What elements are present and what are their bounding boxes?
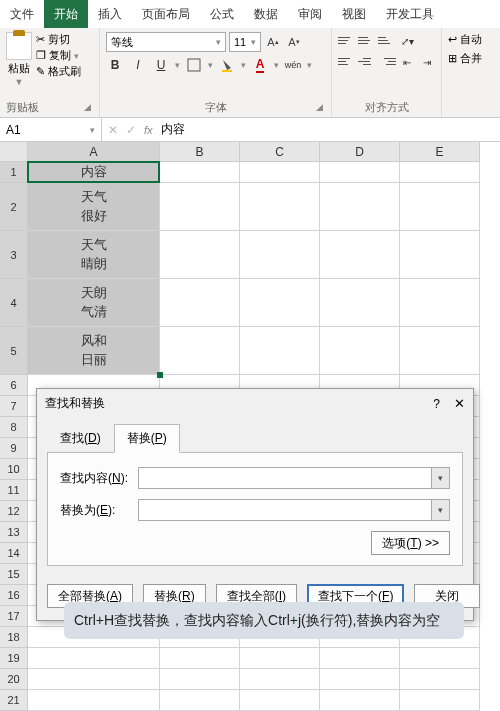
col-header-B[interactable]: B — [160, 142, 240, 162]
cell[interactable] — [320, 162, 400, 183]
row-header[interactable]: 3 — [0, 231, 28, 279]
tab-layout[interactable]: 页面布局 — [132, 0, 200, 28]
cell[interactable] — [240, 648, 320, 669]
row-header[interactable]: 6 — [0, 375, 28, 396]
cell[interactable] — [28, 669, 160, 690]
row-header[interactable]: 18 — [0, 627, 28, 648]
tab-view[interactable]: 视图 — [332, 0, 376, 28]
increase-font-button[interactable]: A▴ — [264, 33, 282, 51]
cell[interactable] — [240, 279, 320, 327]
font-dialog-launcher[interactable]: ◢ — [316, 102, 325, 112]
row-header[interactable]: 15 — [0, 564, 28, 585]
cell[interactable] — [320, 648, 400, 669]
tab-dev[interactable]: 开发工具 — [376, 0, 444, 28]
row-header[interactable]: 4 — [0, 279, 28, 327]
align-right-button[interactable] — [378, 53, 396, 69]
chevron-down-icon[interactable]: ▾ — [431, 468, 449, 488]
row-header[interactable]: 1 — [0, 162, 28, 183]
decrease-font-button[interactable]: A▾ — [285, 33, 303, 51]
font-size-select[interactable]: 11▾ — [229, 32, 261, 52]
indent-inc-button[interactable]: ⇥ — [418, 53, 436, 71]
cell[interactable] — [400, 669, 480, 690]
tab-review[interactable]: 审阅 — [288, 0, 332, 28]
font-color-button[interactable]: A — [251, 56, 269, 74]
tab-home[interactable]: 开始 — [44, 0, 88, 28]
row-header[interactable]: 2 — [0, 183, 28, 231]
cell[interactable] — [160, 279, 240, 327]
cell-A4[interactable]: 天朗气清 — [28, 279, 160, 327]
row-header[interactable]: 20 — [0, 669, 28, 690]
cell[interactable] — [240, 690, 320, 711]
align-bottom-button[interactable] — [378, 32, 396, 48]
border-button[interactable] — [185, 56, 203, 74]
cell[interactable] — [160, 327, 240, 375]
cell-A2[interactable]: 天气很好 — [28, 183, 160, 231]
cell[interactable] — [320, 327, 400, 375]
row-header[interactable]: 13 — [0, 522, 28, 543]
row-header[interactable]: 9 — [0, 438, 28, 459]
cell[interactable] — [400, 648, 480, 669]
col-header-A[interactable]: A — [28, 142, 160, 162]
wrap-text-button[interactable]: ↩自动 — [448, 32, 492, 47]
row-header[interactable]: 11 — [0, 480, 28, 501]
font-name-select[interactable]: 等线▾ — [106, 32, 226, 52]
orientation-button[interactable]: ⤢▾ — [398, 32, 416, 50]
cell[interactable] — [28, 690, 160, 711]
tab-data[interactable]: 数据 — [244, 0, 288, 28]
row-header[interactable]: 21 — [0, 690, 28, 711]
row-header[interactable]: 17 — [0, 606, 28, 627]
cell[interactable] — [240, 183, 320, 231]
replace-input[interactable]: ▾ — [138, 499, 450, 521]
tab-find[interactable]: 查找(D) — [47, 424, 114, 453]
cell[interactable] — [28, 648, 160, 669]
format-painter-button[interactable]: ✎格式刷 — [36, 64, 81, 79]
cell-A5[interactable]: 风和日丽 — [28, 327, 160, 375]
col-header-E[interactable]: E — [400, 142, 480, 162]
cell[interactable] — [240, 669, 320, 690]
paste-button[interactable]: 粘贴 ▼ — [6, 32, 32, 87]
row-header[interactable]: 12 — [0, 501, 28, 522]
cell[interactable] — [240, 327, 320, 375]
name-box[interactable]: A1▾ — [0, 118, 102, 141]
bold-button[interactable]: B — [106, 56, 124, 74]
fx-icon[interactable]: fx — [144, 124, 153, 136]
align-top-button[interactable] — [338, 32, 356, 48]
clipboard-dialog-launcher[interactable]: ◢ — [84, 102, 93, 112]
fill-color-button[interactable] — [218, 56, 236, 74]
selection-handle[interactable] — [157, 372, 163, 378]
underline-button[interactable]: U — [152, 56, 170, 74]
cancel-icon[interactable]: ✕ — [108, 123, 118, 137]
cell[interactable] — [320, 231, 400, 279]
row-header[interactable]: 10 — [0, 459, 28, 480]
cell[interactable] — [160, 231, 240, 279]
tab-replace[interactable]: 替换(P) — [114, 424, 180, 453]
cell[interactable] — [160, 183, 240, 231]
cell[interactable] — [240, 162, 320, 183]
cell[interactable] — [240, 231, 320, 279]
cell[interactable] — [320, 183, 400, 231]
confirm-icon[interactable]: ✓ — [126, 123, 136, 137]
cell[interactable] — [400, 183, 480, 231]
row-header[interactable]: 14 — [0, 543, 28, 564]
col-header-D[interactable]: D — [320, 142, 400, 162]
options-button[interactable]: 选项(T) >> — [371, 531, 450, 555]
cell-A1[interactable]: 内容 — [28, 162, 160, 183]
indent-dec-button[interactable]: ⇤ — [398, 53, 416, 71]
row-header[interactable]: 8 — [0, 417, 28, 438]
col-header-C[interactable]: C — [240, 142, 320, 162]
help-button[interactable]: ? — [433, 397, 440, 411]
close-button[interactable]: ✕ — [454, 396, 465, 411]
cell-A3[interactable]: 天气晴朗 — [28, 231, 160, 279]
select-all-corner[interactable] — [0, 142, 28, 162]
merge-button[interactable]: ⊞合并 — [448, 51, 492, 66]
cell[interactable] — [320, 279, 400, 327]
tab-insert[interactable]: 插入 — [88, 0, 132, 28]
cell[interactable] — [320, 669, 400, 690]
align-left-button[interactable] — [338, 53, 356, 69]
tab-formulas[interactable]: 公式 — [200, 0, 244, 28]
cell[interactable] — [400, 690, 480, 711]
cell[interactable] — [160, 669, 240, 690]
row-header[interactable]: 7 — [0, 396, 28, 417]
align-middle-button[interactable] — [358, 32, 376, 48]
cell[interactable] — [400, 327, 480, 375]
